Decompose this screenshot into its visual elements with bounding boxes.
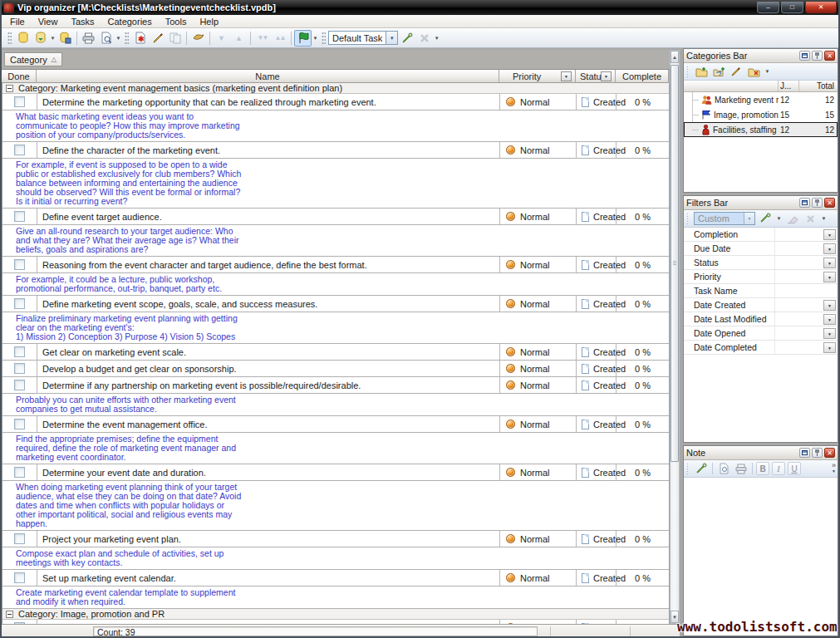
collapse-icon[interactable] bbox=[6, 611, 13, 618]
filter-row[interactable]: Date Completed▼ bbox=[684, 341, 838, 355]
print-preview-button[interactable] bbox=[97, 30, 115, 47]
filter-dropdown-button[interactable]: ▼ bbox=[823, 300, 836, 311]
filter-dropdown-button[interactable]: ▼ bbox=[823, 314, 836, 325]
task-checkbox[interactable] bbox=[14, 467, 25, 478]
note-restore-button[interactable] bbox=[799, 448, 810, 458]
scroll-up-icon[interactable]: ▲ bbox=[671, 51, 679, 63]
column-header-total[interactable]: Total bbox=[799, 81, 838, 91]
delete-filter-button[interactable] bbox=[803, 212, 818, 226]
new-task-button[interactable]: ✱ bbox=[131, 30, 149, 47]
priority-filter-button[interactable]: ▼ bbox=[561, 71, 572, 81]
print-group-overflow[interactable]: ▼ bbox=[115, 36, 122, 41]
filter-preset-combo[interactable]: Custom ▼ bbox=[694, 212, 755, 225]
filter-row[interactable]: Date Opened▼ bbox=[684, 326, 838, 341]
edit-task-button[interactable] bbox=[149, 30, 166, 47]
note-preview-button[interactable] bbox=[716, 462, 731, 476]
toolbar-more-chevron-icon[interactable]: » bbox=[832, 463, 836, 469]
category-row[interactable]: Image, promotion and P 15 15 bbox=[684, 107, 838, 122]
move-up-button[interactable]: ▲ bbox=[230, 30, 248, 47]
filter-dropdown-button[interactable]: ▼ bbox=[823, 243, 836, 254]
category-group-row[interactable]: Category: Marketing event management bas… bbox=[2, 83, 669, 94]
filter-row[interactable]: Status▼ bbox=[684, 256, 838, 270]
filter-row[interactable]: Date Last Modified▼ bbox=[684, 312, 838, 326]
categories-close-button[interactable]: ✕ bbox=[824, 51, 835, 61]
filter-row[interactable]: Task Name bbox=[684, 284, 838, 298]
task-row[interactable]: Determine if any partnership on marketin… bbox=[2, 377, 669, 394]
menu-file[interactable]: File bbox=[3, 16, 32, 27]
task-checkbox[interactable] bbox=[14, 572, 25, 583]
categories-restore-button[interactable] bbox=[799, 51, 810, 61]
task-checkbox[interactable] bbox=[14, 145, 25, 155]
task-row[interactable]: Project your marketing event plan.Normal… bbox=[2, 531, 669, 547]
task-checkbox[interactable] bbox=[14, 533, 25, 544]
template-group-overflow[interactable]: ▼ bbox=[433, 36, 440, 41]
task-row[interactable]: Get clear on marketing event scale.Norma… bbox=[2, 344, 669, 361]
print-button[interactable] bbox=[80, 30, 97, 47]
column-header-priority[interactable]: Priority▼ bbox=[499, 70, 576, 83]
move-to-top-button[interactable]: ▲▲ bbox=[271, 30, 288, 47]
save-database-button[interactable] bbox=[56, 30, 74, 47]
notification-button[interactable] bbox=[294, 30, 312, 47]
bold-button[interactable]: B bbox=[756, 462, 769, 475]
category-row[interactable]: Marketing event manage 12 12 bbox=[684, 92, 838, 107]
note-close-button[interactable]: ✕ bbox=[824, 448, 835, 458]
task-template-combo[interactable]: Default Task ▼ bbox=[328, 31, 398, 45]
menu-categories[interactable]: Categories bbox=[101, 16, 159, 27]
column-header-status[interactable]: Status▼ bbox=[576, 70, 616, 83]
filters-toolbar-overflow[interactable]: ▼ bbox=[820, 216, 828, 221]
move-down-button[interactable]: ▼ bbox=[213, 30, 230, 47]
task-row[interactable]: Define the character of the marketing ev… bbox=[2, 142, 669, 159]
notification-dropdown[interactable]: ▼ bbox=[312, 36, 319, 41]
filter-row[interactable]: Priority▼ bbox=[684, 270, 838, 284]
task-row[interactable]: Determine your event date and duration.N… bbox=[2, 464, 669, 481]
chevron-down-icon[interactable]: ▼ bbox=[744, 213, 754, 224]
note-pin-button[interactable] bbox=[812, 448, 823, 458]
open-database-dropdown[interactable]: ▼ bbox=[49, 36, 56, 41]
category-row-selected[interactable]: Facilities, staffing and tr 12 12 bbox=[684, 122, 838, 137]
apply-filter-button[interactable] bbox=[758, 212, 773, 226]
category-group-row[interactable]: Category: Image, promotion and PR bbox=[2, 609, 669, 620]
task-row[interactable]: Determine the marketing opportunity that… bbox=[2, 94, 669, 110]
delete-category-button[interactable] bbox=[746, 65, 761, 79]
column-header-done[interactable]: Done bbox=[2, 70, 37, 83]
new-category-button[interactable] bbox=[694, 65, 709, 79]
menu-view[interactable]: View bbox=[32, 16, 65, 27]
filter-row[interactable]: Date Created▼ bbox=[684, 298, 838, 312]
task-checkbox[interactable] bbox=[14, 96, 25, 107]
task-row[interactable]: Define event target audience.NormalCreat… bbox=[2, 209, 669, 225]
menu-tasks[interactable]: Tasks bbox=[64, 16, 101, 27]
categories-pin-button[interactable] bbox=[812, 51, 823, 61]
task-checkbox[interactable] bbox=[14, 211, 25, 222]
duplicate-task-button[interactable] bbox=[166, 30, 184, 47]
task-checkbox[interactable] bbox=[14, 259, 25, 270]
chevron-down-icon[interactable]: ▼ bbox=[386, 32, 397, 44]
filters-restore-button[interactable] bbox=[799, 198, 810, 208]
new-database-button[interactable] bbox=[14, 30, 32, 47]
delete-template-button[interactable] bbox=[415, 30, 433, 47]
filter-dropdown-button[interactable]: ▼ bbox=[823, 342, 836, 353]
underline-button[interactable]: U bbox=[788, 462, 801, 475]
task-row[interactable]: Reasoning from the event character and t… bbox=[2, 257, 669, 273]
filters-close-button[interactable]: ✕ bbox=[824, 198, 835, 208]
filters-pin-button[interactable] bbox=[812, 198, 823, 208]
column-header-jan[interactable]: J... bbox=[779, 81, 799, 91]
categories-toolbar-overflow[interactable]: ▼ bbox=[764, 69, 771, 74]
filter-row[interactable]: Due Date▼ bbox=[684, 242, 838, 256]
task-row[interactable]: Develop a budget and get clear on sponso… bbox=[2, 361, 669, 377]
move-to-bottom-button[interactable]: ▼▼ bbox=[253, 30, 271, 47]
minimize-button[interactable]: – bbox=[757, 2, 779, 13]
scrollbar-thumb[interactable] bbox=[671, 65, 679, 462]
task-row[interactable]: Define marketing event scope, goals, sca… bbox=[2, 296, 669, 312]
task-row[interactable]: Determine the event management office.No… bbox=[2, 416, 669, 433]
column-header-complete[interactable]: Complete bbox=[616, 70, 668, 83]
apply-filter-dropdown[interactable]: ▼ bbox=[775, 216, 783, 221]
filter-dropdown-button[interactable]: ▼ bbox=[823, 328, 836, 339]
task-checkbox[interactable] bbox=[14, 380, 25, 390]
filter-row[interactable]: Completion▼ bbox=[684, 228, 838, 242]
group-by-category-button[interactable]: Category △ bbox=[4, 52, 62, 66]
task-checkbox[interactable] bbox=[14, 419, 25, 429]
collapse-icon[interactable] bbox=[6, 85, 13, 92]
note-print-button[interactable] bbox=[734, 462, 749, 476]
new-subcategory-button[interactable] bbox=[711, 65, 726, 79]
task-checkbox[interactable] bbox=[14, 363, 25, 374]
